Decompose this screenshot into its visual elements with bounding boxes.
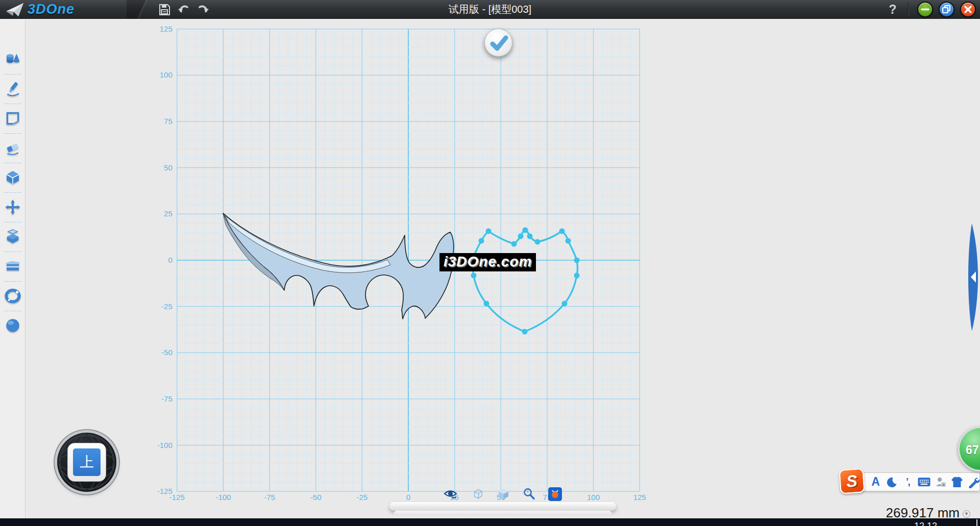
redo-icon[interactable] — [197, 3, 210, 16]
torus-revolve-tool[interactable] — [5, 288, 21, 304]
user-icon: S — [935, 476, 947, 488]
primitive-solids-tool[interactable] — [5, 51, 21, 67]
taskbar-divider — [976, 519, 977, 526]
erase-trim-tool[interactable] — [5, 140, 21, 156]
section-split-tool[interactable] — [5, 258, 21, 274]
ime-logo-button[interactable]: S — [839, 468, 865, 494]
svg-text:S: S — [942, 482, 945, 487]
svg-text:-75: -75 — [161, 394, 173, 403]
spline-control-point[interactable] — [518, 234, 524, 239]
minimize-button[interactable] — [917, 2, 933, 17]
measurement-dropdown-button[interactable]: ▼ — [963, 510, 970, 518]
svg-text:75: 75 — [164, 117, 173, 126]
toolbar-divider — [4, 192, 21, 193]
sphere-render-tool[interactable] — [5, 317, 21, 334]
view-render-active-icon[interactable] — [548, 487, 562, 501]
watermark-text: i3DOne.com — [444, 254, 532, 269]
toolbar-divider — [4, 281, 21, 282]
ime-toolbar: A ’, S — [861, 472, 980, 491]
ime-moon-halfwidth-button[interactable] — [886, 475, 897, 488]
spline-control-point[interactable] — [484, 301, 489, 307]
watermark: i3DOne.com — [439, 253, 536, 271]
view-dock-shelf — [389, 502, 616, 511]
spline-control-point[interactable] — [559, 229, 565, 234]
sketch-plane-tool[interactable] — [5, 110, 21, 127]
toolbar-divider — [4, 222, 21, 222]
blade-sketch[interactable] — [223, 213, 454, 319]
spline-curve[interactable] — [473, 230, 578, 332]
svg-text:100: 100 — [160, 70, 173, 79]
combine-boolean-tool[interactable] — [5, 229, 21, 245]
display-wireframe-icon[interactable] — [471, 487, 485, 501]
close-icon — [961, 3, 975, 16]
visibility-eye-icon[interactable] — [444, 487, 457, 501]
svg-text:0: 0 — [168, 256, 172, 264]
ime-skin-button[interactable] — [951, 475, 963, 488]
wrench-icon — [967, 476, 979, 488]
spline-control-point[interactable] — [479, 238, 484, 244]
help-button[interactable]: ? — [886, 2, 900, 16]
svg-text:-75: -75 — [264, 493, 275, 502]
spline-control-point[interactable] — [522, 329, 528, 335]
panel-collapse-tab[interactable] — [967, 222, 980, 332]
shield-spline-sketch[interactable] — [470, 228, 580, 335]
svg-text:50: 50 — [164, 163, 173, 172]
ime-letter-toggle-button[interactable]: A — [870, 475, 881, 488]
svg-text:-25: -25 — [357, 493, 368, 502]
spline-control-point[interactable] — [574, 273, 580, 279]
svg-text:-100: -100 — [215, 493, 231, 502]
left-toolbar — [0, 19, 26, 518]
undo-icon[interactable] — [177, 3, 190, 16]
svg-text:125: 125 — [633, 493, 646, 502]
paper-plane-icon — [5, 2, 24, 17]
svg-text:25: 25 — [164, 209, 173, 218]
spline-control-point[interactable] — [523, 228, 528, 233]
titlebar: 试用版 - [模型003] 3DOne ? — [0, 0, 980, 19]
svg-text:-125: -125 — [169, 493, 185, 502]
close-button[interactable] — [960, 2, 976, 17]
spline-control-point[interactable] — [527, 234, 533, 239]
restore-button[interactable] — [939, 2, 954, 17]
move-transform-tool[interactable] — [5, 199, 21, 215]
taskbar-strip[interactable]: 12.12 — [0, 518, 980, 526]
viewcube-top-face[interactable]: 上 — [67, 443, 106, 482]
toolbar-divider — [4, 163, 21, 163]
keyboard-icon — [918, 477, 930, 487]
save-icon[interactable] — [158, 3, 171, 16]
spline-control-point[interactable] — [574, 258, 580, 263]
svg-text:-25: -25 — [161, 302, 173, 311]
ime-user-button[interactable]: S — [935, 475, 947, 488]
ime-logo-letter: S — [846, 471, 858, 491]
spline-control-point[interactable] — [535, 239, 541, 245]
display-solid-icon[interactable] — [497, 487, 510, 501]
ime-settings-button[interactable] — [967, 475, 979, 488]
spline-control-point[interactable] — [486, 229, 492, 234]
toolbar-divider — [4, 133, 21, 134]
app-logo: 3DOne — [5, 2, 75, 17]
view-navigation-ball[interactable]: 上 — [57, 433, 116, 492]
check-icon — [485, 29, 513, 57]
moon-icon — [886, 477, 897, 488]
extrude-feature-tool[interactable] — [5, 169, 21, 186]
zoom-view-icon[interactable] — [522, 487, 536, 501]
svg-text:-100: -100 — [157, 441, 173, 449]
titlebar-separator — [908, 3, 909, 16]
sketch-draw-tool[interactable] — [5, 81, 21, 97]
toolbar-divider — [4, 311, 21, 311]
ime-soft-keyboard-button[interactable] — [918, 475, 930, 488]
viewcube-face-label: 上 — [73, 448, 101, 476]
svg-text:-50: -50 — [310, 493, 322, 502]
logo-text: 3DOne — [28, 2, 75, 17]
spline-control-point[interactable] — [511, 241, 517, 247]
spline-control-point[interactable] — [471, 273, 477, 279]
toolbar-divider — [4, 104, 21, 104]
spline-control-point[interactable] — [566, 238, 571, 244]
confirm-check-button[interactable] — [484, 29, 512, 57]
spline-control-points[interactable] — [470, 228, 580, 335]
spline-control-point[interactable] — [562, 301, 568, 307]
svg-text:-50: -50 — [161, 348, 173, 357]
ime-punctuation-button[interactable]: ’, — [902, 475, 914, 488]
svg-text:0: 0 — [406, 493, 410, 502]
toolbar-divider — [4, 252, 21, 252]
toolbar-divider — [4, 74, 21, 74]
